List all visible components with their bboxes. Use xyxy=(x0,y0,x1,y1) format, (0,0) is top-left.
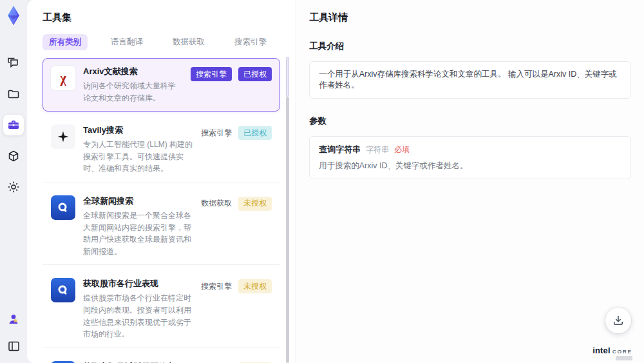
intel-sub-badge xyxy=(616,356,632,360)
tool-desc: 全球新闻搜索是一个聚合全球各大新闻网站内容的搜索引擎，帮助用户快速获取全球最新资… xyxy=(83,210,193,257)
param-desc: 用于搜索的Arxiv ID、关键字或作者姓名。 xyxy=(319,161,621,172)
category-badge: 搜索引擎 xyxy=(191,67,232,81)
gear-icon[interactable] xyxy=(3,177,24,197)
category-label: 搜索引擎 xyxy=(201,128,232,139)
detail-title: 工具详情 xyxy=(309,12,631,24)
tool-card-tavily[interactable]: Tavily搜索 专为人工智能代理 (LLM) 构建的搜索引擎工具。可快速提供实… xyxy=(43,117,280,182)
param-type: 字符串 xyxy=(366,144,389,155)
tool-card-arxiv[interactable]: χ Arxiv文献搜索 访问各个研究领域大量科学论文和文章的存储库。 搜索引擎 … xyxy=(43,58,280,112)
category-label: 搜索引擎 xyxy=(201,281,232,292)
scrollbar[interactable] xyxy=(286,57,289,363)
auth-badge: 未授权 xyxy=(238,279,272,293)
left-sidebar xyxy=(0,0,27,363)
arxiv-chi-icon: χ xyxy=(51,66,75,90)
category-tabs: 所有类别 语言翻译 数据获取 搜索引擎 xyxy=(43,34,280,50)
app-logo-icon xyxy=(4,5,23,26)
intro-box: 一个用于从Arxiv存储库搜索科学论文和文章的工具。 输入可以是Arxiv ID… xyxy=(309,61,631,99)
tab-language-translation[interactable]: 语言翻译 xyxy=(104,34,149,50)
tool-card-most-active-stocks[interactable]: 获取市场最活跃股票信息 提供当天交易量最高的股票列表，投资者可以利用这些信息来识… xyxy=(43,353,280,363)
avatar[interactable] xyxy=(3,309,24,329)
tool-name: Tavily搜索 xyxy=(83,124,193,136)
tool-name: 全球新闻搜索 xyxy=(83,195,193,207)
category-label: 数据获取 xyxy=(201,198,232,209)
tool-list-panel: 工具集 所有类别 语言翻译 数据获取 搜索引擎 χ Arxiv文献搜索 访问各个… xyxy=(27,0,296,363)
tool-name: Arxiv文献搜索 xyxy=(83,66,183,77)
param-name: 查询字符串 xyxy=(319,144,361,155)
collapse-panel-icon[interactable] xyxy=(3,336,24,357)
intro-heading: 工具介绍 xyxy=(309,41,631,52)
params-heading: 参数 xyxy=(309,115,631,127)
folder-icon[interactable] xyxy=(3,84,24,104)
tab-all-categories[interactable]: 所有类别 xyxy=(43,34,88,50)
tool-card-global-news[interactable]: 全球新闻搜索 全球新闻搜索是一个聚合全球各大新闻网站内容的搜索引擎，帮助用户快速… xyxy=(43,188,280,265)
tool-card-sector-performance[interactable]: 获取股市各行业表现 提供股票市场各个行业在特定时间段内的表现。投资者可以利用这些… xyxy=(43,270,280,348)
content-area: 工具集 所有类别 语言翻译 数据获取 搜索引擎 χ Arxiv文献搜索 访问各个… xyxy=(27,0,644,363)
tool-name: 获取股市各行业表现 xyxy=(83,278,193,289)
blue-search-icon xyxy=(51,278,75,302)
page-title: 工具集 xyxy=(43,12,280,24)
auth-badge: 已授权 xyxy=(238,126,272,140)
tool-desc: 访问各个研究领域大量科学论文和文章的存储库。 xyxy=(83,80,183,104)
intel-core-logo: intelcore xyxy=(592,346,632,355)
download-button[interactable] xyxy=(605,308,631,333)
scrollbar-track xyxy=(286,97,289,363)
intro-text: 一个用于从Arxiv存储库搜索科学论文和文章的工具。 输入可以是Arxiv ID… xyxy=(319,70,617,90)
tavily-star-icon xyxy=(51,124,75,149)
tab-search-engine[interactable]: 搜索引擎 xyxy=(228,34,273,50)
tool-detail-panel: 工具详情 工具介绍 一个用于从Arxiv存储库搜索科学论文和文章的工具。 输入可… xyxy=(296,0,644,363)
core-brand-text: core xyxy=(612,347,632,355)
tool-desc: 专为人工智能代理 (LLM) 构建的搜索引擎工具。可快速提供实时、准确和真实的结… xyxy=(83,139,193,175)
tool-desc: 提供股票市场各个行业在特定时间段内的表现。投资者可以利用这些信息来识别表现优于或… xyxy=(83,292,193,340)
chat-icon[interactable] xyxy=(3,53,24,74)
cube-icon[interactable] xyxy=(3,146,24,166)
auth-badge: 未授权 xyxy=(238,197,272,211)
tab-data-fetch[interactable]: 数据获取 xyxy=(166,34,211,50)
param-box: 查询字符串 字符串 必填 用于搜索的Arxiv ID、关键字或作者姓名。 xyxy=(309,136,631,179)
blue-search-icon xyxy=(51,195,75,220)
auth-badge: 已授权 xyxy=(238,67,272,81)
param-required-flag: 必填 xyxy=(394,144,410,155)
toolbox-icon[interactable] xyxy=(3,115,24,135)
tool-list: χ Arxiv文献搜索 访问各个研究领域大量科学论文和文章的存储库。 搜索引擎 … xyxy=(43,58,280,363)
intel-brand-text: intel xyxy=(592,346,611,355)
scrollbar-thumb[interactable] xyxy=(286,57,289,97)
